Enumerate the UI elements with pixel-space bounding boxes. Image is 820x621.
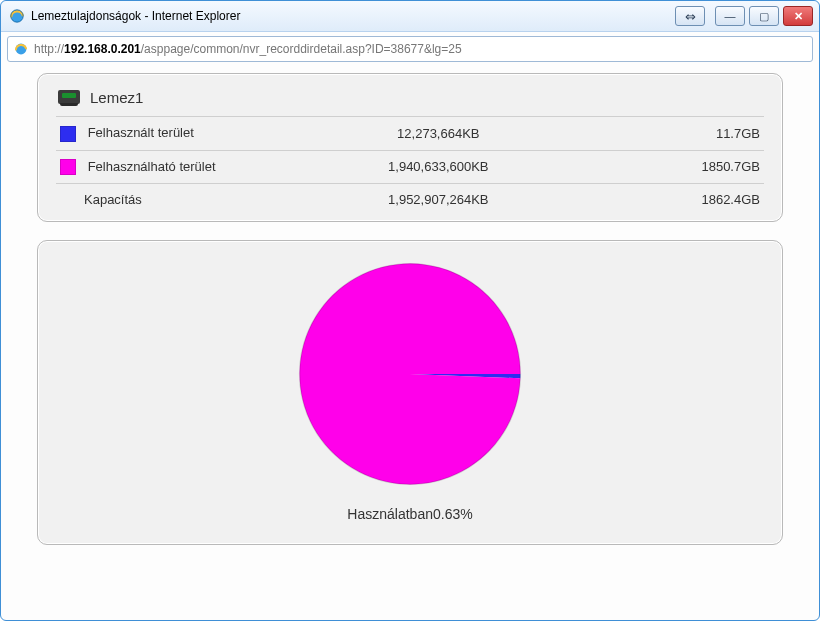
minimize-button[interactable]: — [715,6,745,26]
row-capacity: Kapacítás 1,952,907,264KB 1862.4GB [56,184,764,216]
page-content: Lemez1 Felhasznált terület 12,273,664KB … [7,63,813,614]
pie-slice [300,264,521,485]
value-capacity-kb: 1,952,907,264KB [297,184,580,216]
window: Lemeztulajdonságok - Internet Explorer ⇔… [0,0,820,621]
url-path: /asppage/common/nvr_recorddirdetail.asp?… [141,42,462,56]
disk-properties-table: Felhasznált terület 12,273,664KB 11.7GB … [56,116,764,215]
disk-usage-pie-chart [295,259,525,489]
value-used-gb: 11.7GB [580,117,764,151]
disk-usage-chart-panel: Használatban0.63% [37,240,783,545]
window-nav-buttons: ⇔ [675,6,705,26]
disk-drive-icon [58,88,80,106]
value-capacity-gb: 1862.4GB [580,184,764,216]
address-bar[interactable]: http://192.168.0.201/asppage/common/nvr_… [7,36,813,62]
legend-swatch-available [60,159,76,175]
legend-swatch-used [60,126,76,142]
label-capacity: Kapacítás [84,192,142,207]
value-available-kb: 1,940,633,600KB [297,150,580,184]
maximize-button[interactable]: ▢ [749,6,779,26]
row-used: Felhasznált terület 12,273,664KB 11.7GB [56,117,764,151]
url-host: 192.168.0.201 [64,42,141,56]
close-button[interactable]: ✕ [783,6,813,26]
disk-name: Lemez1 [90,89,143,106]
label-available: Felhasználható terület [88,159,216,174]
disk-properties-panel: Lemez1 Felhasznált terület 12,273,664KB … [37,73,783,222]
url-scheme: http:// [34,42,64,56]
window-title: Lemeztulajdonságok - Internet Explorer [31,9,240,23]
usage-caption: Használatban0.63% [38,506,782,522]
value-used-kb: 12,273,664KB [297,117,580,151]
window-control-buttons: — ▢ ✕ [715,6,813,26]
ie-icon [14,42,28,56]
back-forward-button[interactable]: ⇔ [675,6,705,26]
label-used: Felhasznált terület [88,125,194,140]
disk-header: Lemez1 [56,84,764,116]
row-available: Felhasználható terület 1,940,633,600KB 1… [56,150,764,184]
titlebar: Lemeztulajdonságok - Internet Explorer ⇔… [1,1,819,32]
value-available-gb: 1850.7GB [580,150,764,184]
ie-icon [9,8,25,24]
